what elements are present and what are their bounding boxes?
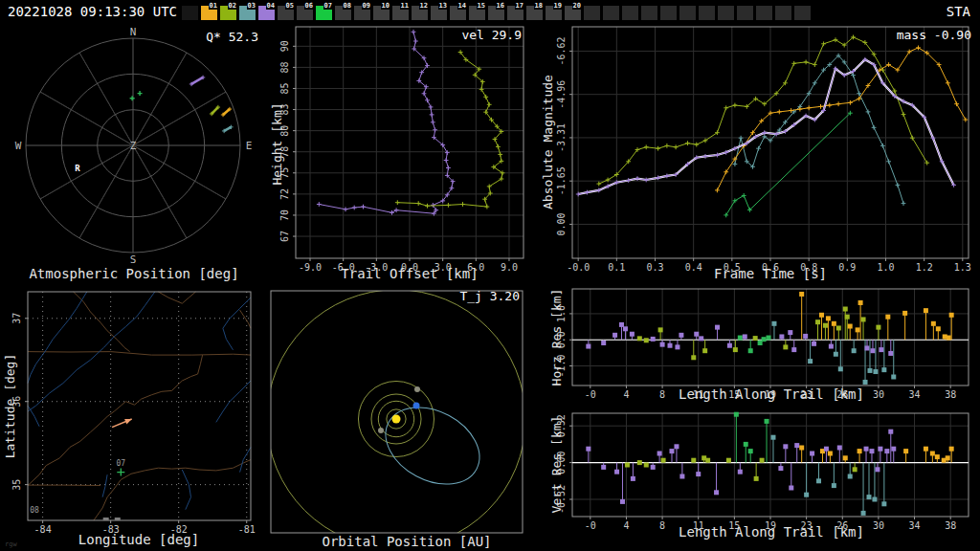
station-chip-18[interactable]: 18	[526, 6, 543, 20]
station-chip-label: 07	[323, 2, 333, 10]
station-strip: 0102030405060708091011121314151617181920	[182, 6, 813, 20]
station-chip-label: 01	[209, 2, 218, 10]
station-chip-19[interactable]: 19	[546, 6, 562, 20]
vert-res-y-axis-label: Vert Res [km]	[549, 404, 564, 526]
station-chip-label: 17	[515, 2, 524, 10]
svg-text:08: 08	[30, 506, 39, 515]
station-chip-14[interactable]: 14	[450, 6, 466, 20]
station-chip-label: 09	[362, 2, 371, 10]
svg-text:-0: -0	[585, 389, 596, 400]
station-chip[interactable]	[737, 6, 753, 20]
station-chip-label: 15	[477, 2, 486, 10]
svg-text:4: 4	[623, 520, 629, 531]
tisserand-badge: T_j 3.20	[402, 289, 520, 303]
utc-timestamp: 20221028 09:13:30 UTC	[8, 4, 177, 19]
station-chip-09[interactable]: 09	[354, 6, 370, 20]
svg-text:S: S	[130, 253, 137, 266]
svg-text:0.1: 0.1	[608, 262, 625, 273]
station-chip-02[interactable]: 02	[220, 6, 236, 20]
orbit-panel-title: Orbital Position [AU]	[278, 534, 536, 549]
station-chip-20[interactable]: 20	[565, 6, 581, 20]
ground-map-plot: -84-83-82-813536370708	[0, 283, 268, 551]
trail-y-axis-label: Height [km]	[270, 87, 284, 202]
q-value-badge: Q* 52.3	[191, 30, 258, 44]
station-chip-03[interactable]: 03	[239, 6, 256, 20]
station-chip-label: 18	[534, 2, 544, 10]
header-bar: 20221028 09:13:30 UTC 010203040506070809…	[0, 0, 980, 24]
station-chip[interactable]	[622, 6, 638, 20]
watermark: rgw	[5, 540, 17, 548]
station-chip-label: 04	[266, 2, 276, 10]
station-chip-label: 06	[304, 2, 314, 10]
vert-res-x-axis-label: Length Along Trail [km]	[657, 524, 886, 540]
svg-text:-81: -81	[238, 524, 256, 535]
station-chip-label: 10	[381, 2, 390, 10]
svg-text:W: W	[15, 140, 22, 152]
station-chip[interactable]	[699, 6, 715, 20]
station-chip[interactable]	[756, 6, 772, 20]
light-curve-plot: -0.00.10.30.40.50.60.80.91.01.21.30.00-1…	[546, 24, 980, 283]
svg-text:88: 88	[279, 61, 290, 73]
svg-text:Z: Z	[130, 140, 137, 152]
station-chip[interactable]	[182, 6, 198, 20]
station-chip-12[interactable]: 12	[412, 6, 428, 20]
svg-text:0.3: 0.3	[646, 262, 663, 273]
station-chip-label: 08	[343, 2, 352, 10]
station-chip[interactable]	[775, 6, 791, 20]
station-chip[interactable]	[794, 6, 811, 20]
station-chip[interactable]	[660, 6, 677, 20]
station-chip[interactable]	[584, 6, 600, 20]
svg-text:4: 4	[623, 389, 629, 400]
orbital-position-plot	[268, 283, 546, 551]
svg-text:07: 07	[116, 459, 125, 468]
station-chip[interactable]	[603, 6, 619, 20]
map-x-axis-label: Longitude [deg]	[43, 532, 234, 547]
station-chip-16[interactable]: 16	[488, 6, 504, 20]
station-chip[interactable]	[718, 6, 734, 20]
svg-text:-1.65: -1.65	[556, 166, 567, 195]
station-chip-label: 11	[400, 2, 410, 10]
svg-text:-6.62: -6.62	[556, 36, 567, 65]
horz-res-x-axis-label: Length Along Trail [km]	[657, 386, 886, 402]
svg-text:38: 38	[945, 389, 956, 400]
svg-text:1.0: 1.0	[877, 262, 894, 273]
station-chip-label: 12	[419, 2, 429, 10]
svg-text:90: 90	[279, 40, 290, 52]
station-chip-11[interactable]: 11	[392, 6, 409, 20]
svg-text:38: 38	[945, 520, 956, 531]
station-chip-06[interactable]: 06	[297, 6, 313, 20]
svg-text:1.2: 1.2	[916, 262, 933, 273]
station-chip-label: 02	[228, 2, 237, 10]
station-chip-07[interactable]: 07	[316, 6, 332, 20]
svg-text:70: 70	[279, 209, 290, 221]
svg-text:E: E	[246, 140, 253, 152]
station-chip-04[interactable]: 04	[258, 6, 275, 20]
station-chip[interactable]	[641, 6, 657, 20]
station-chip-13[interactable]: 13	[431, 6, 447, 20]
svg-text:-3.31: -3.31	[556, 123, 567, 152]
station-chip-05[interactable]: 05	[278, 6, 294, 20]
svg-text:-0: -0	[585, 520, 596, 531]
sta-mode-label: STA	[947, 4, 970, 19]
svg-text:35: 35	[11, 479, 22, 491]
svg-text:0.00: 0.00	[556, 212, 567, 235]
svg-text:34: 34	[909, 520, 921, 531]
station-chip[interactable]	[679, 6, 696, 20]
station-chip-01[interactable]: 01	[201, 6, 217, 20]
station-chip-15[interactable]: 15	[469, 6, 485, 20]
station-chip-label: 19	[553, 2, 563, 10]
station-chip-08[interactable]: 08	[335, 6, 351, 20]
map-y-axis-label: Latitude [deg]	[3, 341, 17, 473]
svg-text:-4.96: -4.96	[556, 80, 567, 109]
station-chip-label: 13	[438, 2, 448, 10]
trail-offset-plot: -9.0-6.0-3.00.03.06.09.06770727578808385…	[268, 24, 546, 283]
station-chip-label: 16	[496, 2, 505, 10]
station-chip-10[interactable]: 10	[373, 6, 390, 20]
station-chip-label: 14	[457, 2, 467, 10]
magnitude-y-axis-label: Absolute Magnitude	[541, 56, 555, 229]
trail-x-axis-label: Trail Offset [km]	[304, 266, 515, 281]
svg-text:N: N	[130, 26, 137, 38]
station-chip-17[interactable]: 17	[507, 6, 523, 20]
station-chip-label: 03	[247, 2, 256, 10]
velocity-badge: vel 29.9	[402, 28, 522, 42]
